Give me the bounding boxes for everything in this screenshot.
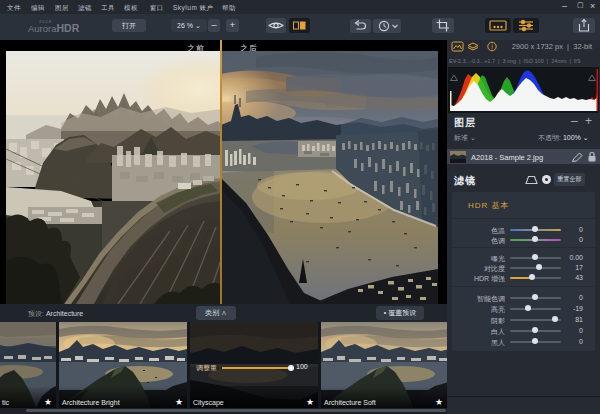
- svg-text:i: i: [491, 43, 492, 50]
